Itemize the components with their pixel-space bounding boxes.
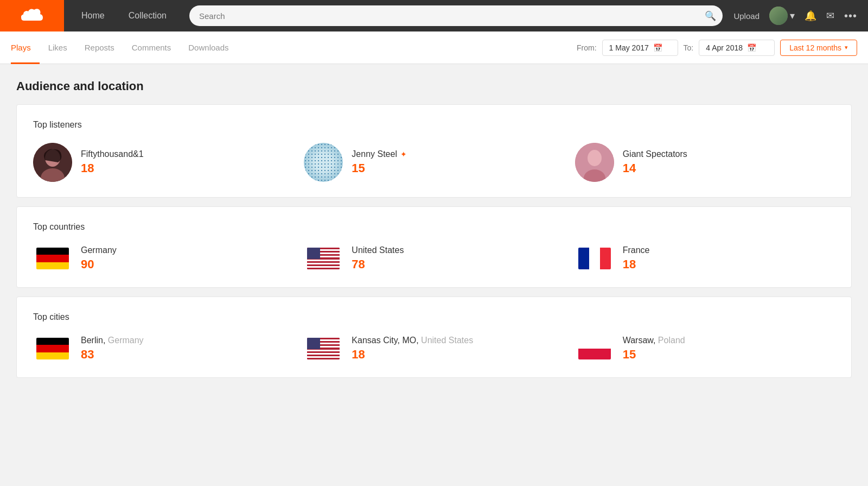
date-range-controls: From: 1 May 2017 📅 To: 4 Apr 2018 📅 Last…: [577, 40, 857, 56]
top-countries-card: Top countries Germany 90: [16, 206, 852, 288]
countries-grid: Germany 90: [33, 245, 835, 272]
city-country-label: Poland: [658, 336, 685, 345]
nav-right: Upload ▾ 🔔 ✉ •••: [733, 7, 868, 25]
city-name: Kansas City, MO, United States: [352, 336, 473, 345]
listener-count: 15: [352, 161, 407, 175]
city-country-label: United States: [421, 336, 473, 345]
avatar: [575, 143, 614, 182]
from-date-picker[interactable]: 1 May 2017 📅: [602, 40, 678, 56]
city-count: 83: [81, 348, 144, 362]
listener-avatar-1: [33, 143, 72, 182]
user-avatar-area[interactable]: ▾: [769, 7, 795, 25]
logo[interactable]: [0, 0, 64, 31]
last-12-chevron-icon: ▾: [845, 44, 848, 51]
messages-mail-icon[interactable]: ✉: [826, 10, 834, 22]
top-navigation: Home Collection 🔍 Upload ▾ 🔔 ✉ •••: [0, 0, 868, 31]
city-info: Berlin, Germany 83: [81, 336, 144, 362]
list-item: Kansas City, MO, United States 18: [304, 335, 564, 362]
list-item: Giant Spectators 14: [575, 143, 835, 182]
soundcloud-logo-icon: [21, 7, 43, 24]
list-item: Germany 90: [33, 245, 293, 272]
listener-info: Fiftythousand&1 18: [81, 149, 144, 175]
tab-likes[interactable]: Likes: [40, 31, 76, 64]
avatar: [304, 143, 343, 182]
city-info: Kansas City, MO, United States 18: [352, 336, 473, 362]
search-bar: 🔍: [189, 5, 723, 26]
svg-point-5: [588, 150, 602, 166]
country-info: United States 78: [352, 245, 404, 272]
list-item: United States 78: [304, 245, 564, 272]
nav-home[interactable]: Home: [69, 0, 117, 31]
tab-reposts[interactable]: Reposts: [76, 31, 123, 64]
nav-links: Home Collection: [69, 0, 178, 31]
flag-germany-city: [33, 335, 72, 362]
list-item: France 18: [575, 245, 835, 272]
last-12-months-label: Last 12 months: [789, 43, 841, 52]
from-calendar-icon: 📅: [653, 43, 662, 52]
tab-comments[interactable]: Comments: [123, 31, 180, 64]
city-info: Warsaw, Poland 15: [623, 336, 685, 362]
upload-button[interactable]: Upload: [733, 11, 760, 21]
listener-info: Giant Spectators 14: [623, 149, 687, 175]
flag-germany: [33, 245, 72, 272]
to-date-value: 4 Apr 2018: [706, 43, 743, 52]
city-count: 18: [352, 348, 473, 362]
country-name: Germany: [81, 245, 117, 255]
notifications-bell-icon[interactable]: 🔔: [805, 10, 816, 22]
top-countries-title: Top countries: [33, 222, 835, 232]
city-name: Berlin, Germany: [81, 336, 144, 345]
city-count: 15: [623, 348, 685, 362]
page-title: Audience and location: [16, 79, 852, 93]
avatar: [33, 143, 72, 182]
city-country-label: Germany: [108, 336, 144, 345]
avatar: [769, 7, 788, 25]
list-item: Fiftythousand&1 18: [33, 143, 293, 182]
list-item: Warsaw, Poland 15: [575, 335, 835, 362]
listener-avatar-2: [304, 143, 343, 182]
top-cities-card: Top cities Berlin, Germany 83: [16, 296, 852, 378]
last-12-months-button[interactable]: Last 12 months ▾: [780, 40, 857, 56]
top-listeners-card: Top listeners Fiftyt: [16, 104, 852, 198]
flag-france: [575, 245, 614, 272]
verified-badge-icon: ✦: [400, 150, 407, 159]
search-button[interactable]: 🔍: [705, 10, 716, 22]
flag-usa: [304, 245, 343, 272]
listener-avatar-3: [575, 143, 614, 182]
country-count: 90: [81, 257, 117, 272]
nav-collection[interactable]: Collection: [117, 0, 178, 31]
listener-info: Jenny Steel ✦ 15: [352, 149, 407, 175]
listener-name: Giant Spectators: [623, 149, 687, 159]
listener-count: 18: [81, 161, 144, 175]
search-input[interactable]: [189, 5, 723, 26]
listeners-grid: Fiftythousand&1 18 Jenny Steel ✦ 15: [33, 143, 835, 182]
country-info: France 18: [623, 245, 650, 272]
list-item: Berlin, Germany 83: [33, 335, 293, 362]
list-item: Jenny Steel ✦ 15: [304, 143, 564, 182]
listener-name: Jenny Steel ✦: [352, 149, 407, 159]
cities-grid: Berlin, Germany 83: [33, 335, 835, 362]
country-name: United States: [352, 245, 404, 255]
country-count: 18: [623, 257, 650, 272]
listener-count: 14: [623, 161, 687, 175]
flag-usa-city: [304, 335, 343, 362]
tab-list: Plays Likes Reposts Comments Downloads: [11, 31, 577, 64]
main-content: Audience and location Top listeners: [0, 64, 868, 402]
country-info: Germany 90: [81, 245, 117, 272]
tab-downloads[interactable]: Downloads: [180, 31, 237, 64]
to-label: To:: [684, 43, 694, 52]
top-listeners-title: Top listeners: [33, 120, 835, 130]
country-name: France: [623, 245, 650, 255]
from-date-value: 1 May 2017: [609, 43, 649, 52]
to-calendar-icon: 📅: [747, 43, 756, 52]
more-options-icon[interactable]: •••: [844, 10, 857, 22]
flag-poland-city: [575, 335, 614, 362]
from-label: From:: [577, 43, 597, 52]
listener-name: Fiftythousand&1: [81, 149, 144, 159]
to-date-picker[interactable]: 4 Apr 2018 📅: [699, 40, 775, 56]
country-count: 78: [352, 257, 404, 272]
sub-tabs-bar: Plays Likes Reposts Comments Downloads F…: [0, 31, 868, 64]
city-name: Warsaw, Poland: [623, 336, 685, 345]
avatar-chevron-icon: ▾: [790, 10, 795, 22]
tab-plays[interactable]: Plays: [11, 31, 40, 64]
top-cities-title: Top cities: [33, 312, 835, 322]
